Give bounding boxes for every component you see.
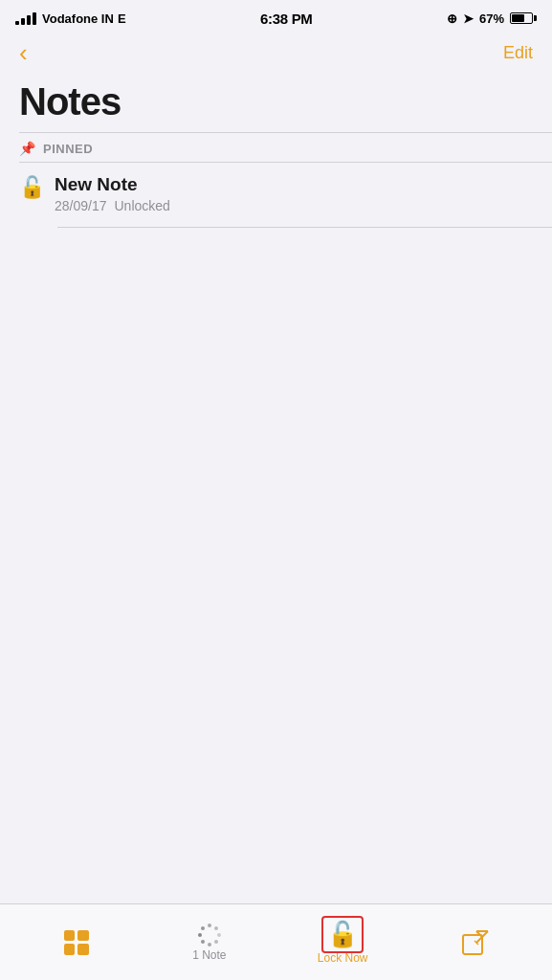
status-bar: Vodafone IN E 6:38 PM ⊕ ➤ 67% [0,0,552,34]
location-icon: ⊕ [447,11,457,26]
compose-tab[interactable] [447,929,504,956]
note-title: New Note [55,174,533,195]
compose-icon [461,929,490,956]
note-status: Unlocked [115,198,170,213]
status-right: ⊕ ➤ 67% [447,11,537,26]
lock-now-label: Lock Now [318,951,368,965]
time-label: 6:38 PM [260,11,313,27]
lock-now-tab[interactable]: 1 Note [181,923,238,962]
svg-point-2 [217,933,221,937]
status-left: Vodafone IN E [15,11,126,26]
svg-point-0 [208,924,211,927]
page-title: Notes [19,80,533,122]
open-lock-icon: 🔓 [19,175,45,200]
svg-point-5 [201,940,205,944]
network-label: E [118,11,126,26]
battery-icon [510,12,537,24]
svg-point-4 [208,943,211,947]
main-content [0,228,552,706]
svg-point-1 [214,926,218,930]
page-title-section: Notes [0,73,552,132]
lock-now-highlight-border [321,916,364,953]
pinned-label: PINNED [43,142,93,156]
edit-button[interactable]: Edit [503,43,533,63]
svg-point-6 [198,933,202,937]
folders-tab[interactable] [48,930,105,955]
pinned-section-header: 📌 PINNED [0,133,552,162]
svg-rect-8 [463,935,482,954]
back-button[interactable]: ‹ [19,40,28,65]
tab-bar: 1 Note 🔓 Lock Now [0,903,552,980]
lock-now-button[interactable]: 🔓 Lock Now [314,920,371,965]
battery-percent: 67% [479,11,504,26]
nav-bar: ‹ Edit [0,34,552,73]
carrier-label: Vodafone IN [42,11,114,26]
pin-icon: 📌 [19,141,35,156]
note-content: New Note 28/09/17 Unlocked [55,174,533,213]
svg-point-7 [201,926,205,930]
lock-now-icon-container: 🔓 [327,920,358,949]
svg-point-3 [214,940,218,944]
spinner-icon [197,923,222,947]
note-item[interactable]: 🔓 New Note 28/09/17 Unlocked [0,163,552,227]
grid-icon [64,930,89,955]
gps-icon: ➤ [463,11,474,26]
notes-count-label: 1 Note [192,948,226,962]
note-meta: 28/09/17 Unlocked [55,198,533,213]
note-date: 28/09/17 [55,198,107,213]
signal-icon [15,12,36,25]
